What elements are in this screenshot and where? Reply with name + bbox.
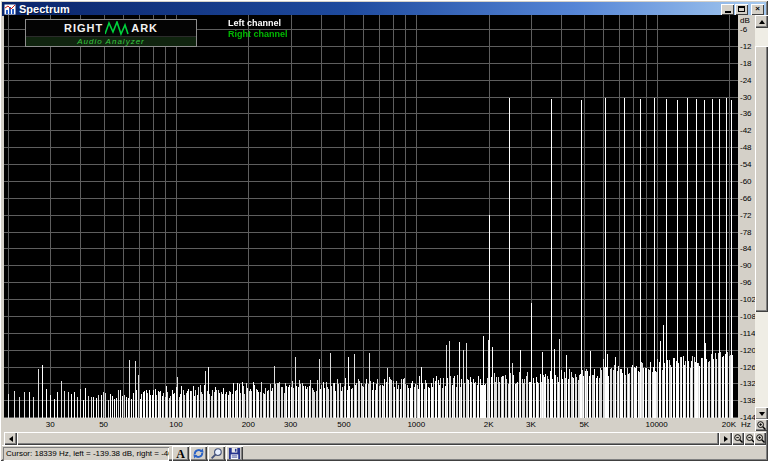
- spectrum-plot[interactable]: [4, 15, 738, 418]
- x-tick-label: 200: [242, 420, 255, 429]
- save-button[interactable]: [226, 446, 243, 461]
- x-tick-label: 1000: [407, 420, 425, 429]
- y-tick-label: -66: [740, 194, 752, 203]
- rightmark-logo: RIGHT ARK Audio Analyzer: [25, 19, 197, 47]
- y-tick-label: -84: [740, 244, 752, 253]
- x-tick-label: 500: [337, 420, 350, 429]
- refresh-icon: [192, 447, 205, 460]
- scroll-right-button[interactable]: [719, 432, 732, 445]
- minimize-button[interactable]: [721, 4, 734, 15]
- arrow-left-icon: [9, 436, 13, 442]
- cursor-readout: Cursor: 18339 Hz, left = -139.38 dB, rig…: [3, 447, 169, 461]
- maximize-button[interactable]: [735, 4, 748, 15]
- arrow-right-icon: [724, 436, 728, 442]
- font-icon: A: [176, 448, 185, 460]
- y-tick-label: -102: [740, 295, 756, 304]
- rightmark-logo-top: RIGHT ARK: [26, 20, 196, 36]
- horizontal-scroll-thumb[interactable]: [17, 432, 719, 445]
- x-tick-label: 10000: [646, 420, 668, 429]
- logo-text-ark: ARK: [131, 23, 158, 34]
- y-tick-label: -108: [740, 312, 756, 321]
- spectrum-window: Spectrum × RIGHT ARK Audio Analyzer Left…: [0, 0, 768, 461]
- rightmark-logo-bottom: Audio Analyzer: [26, 36, 196, 46]
- close-button[interactable]: ×: [751, 4, 764, 15]
- y-tick-label: -12: [740, 42, 752, 51]
- x-tick-label: 100: [169, 420, 182, 429]
- zoom-out-horizontal-button[interactable]: [732, 432, 744, 445]
- y-tick-label: -42: [740, 126, 752, 135]
- scroll-up-button[interactable]: [755, 15, 768, 28]
- arrow-up-icon: [759, 20, 765, 24]
- save-icon: [228, 447, 241, 460]
- vertical-scroll-thumb[interactable]: [755, 46, 768, 312]
- zoom-tool-button[interactable]: [208, 446, 225, 461]
- x-tick-label: 30: [46, 420, 55, 429]
- logo-waveform-icon: [105, 21, 129, 36]
- font-button[interactable]: A: [172, 446, 189, 461]
- y-tick-label: -72: [740, 211, 752, 220]
- y-tick-label: -96: [740, 278, 752, 287]
- y-tick-label: -132: [740, 379, 756, 388]
- y-tick-label: -138: [740, 396, 756, 405]
- y-tick-label: -120: [740, 346, 756, 355]
- y-tick-label: -114: [740, 329, 755, 338]
- magnifier-icon: [210, 447, 223, 460]
- arrow-down-icon: [759, 412, 765, 416]
- magnifier-plus-icon: [756, 420, 767, 431]
- minimize-icon: [725, 11, 731, 13]
- y-tick-label: -90: [740, 261, 752, 270]
- y-tick-label: -78: [740, 228, 752, 237]
- y-tick-label: -18: [740, 59, 752, 68]
- horizontal-scrollbar[interactable]: [4, 432, 766, 445]
- legend: Left channel Right channel: [228, 18, 288, 40]
- x-tick-label: 50: [99, 420, 108, 429]
- vertical-scrollbar[interactable]: [755, 15, 768, 420]
- y-tick-label: -126: [740, 363, 756, 372]
- x-axis-unit-label: Hz: [741, 420, 751, 429]
- x-tick-label: 5K: [579, 420, 589, 429]
- title-bar[interactable]: Spectrum ×: [2, 2, 766, 16]
- logo-subtitle: Audio Analyzer: [77, 38, 145, 46]
- status-toolbar: A: [172, 446, 243, 461]
- window-buttons: ×: [721, 4, 764, 15]
- legend-right-channel: Right channel: [228, 29, 288, 40]
- legend-left-channel: Left channel: [228, 18, 288, 29]
- y-tick-label: -60: [740, 177, 752, 186]
- y-tick-label: -30: [740, 93, 752, 102]
- x-tick-label: 2K: [484, 420, 494, 429]
- status-bar: Cursor: 18339 Hz, left = -139.38 dB, rig…: [2, 445, 766, 459]
- y-axis-labels: dB-6-12-18-24-30-36-42-48-54-60-66-72-78…: [738, 15, 755, 418]
- zoom-in-vertical-button[interactable]: [755, 419, 768, 431]
- app-icon: [4, 4, 16, 15]
- y-axis-unit-label: dB: [740, 16, 750, 25]
- x-tick-label: 20K: [722, 420, 736, 429]
- x-tick-label: 3K: [526, 420, 536, 429]
- y-tick-label: -48: [740, 143, 752, 152]
- magnifier-plus-icon: [755, 433, 766, 444]
- scroll-left-button[interactable]: [4, 432, 17, 445]
- y-tick-label: -36: [740, 109, 752, 118]
- y-tick-label: -6: [740, 25, 747, 34]
- refresh-button[interactable]: [190, 446, 207, 461]
- y-tick-label: -54: [740, 160, 752, 169]
- close-icon: ×: [755, 5, 760, 13]
- window-title: Spectrum: [19, 3, 70, 15]
- logo-text-right: RIGHT: [64, 23, 103, 34]
- maximize-icon: [738, 6, 745, 12]
- x-tick-label: 300: [284, 420, 297, 429]
- x-axis-labels: 305010020030050010002K3K5K1000020K: [4, 418, 738, 431]
- zoom-reset-button[interactable]: [754, 432, 766, 445]
- magnifier-minus-icon: [733, 433, 744, 444]
- y-tick-label: -24: [740, 76, 752, 85]
